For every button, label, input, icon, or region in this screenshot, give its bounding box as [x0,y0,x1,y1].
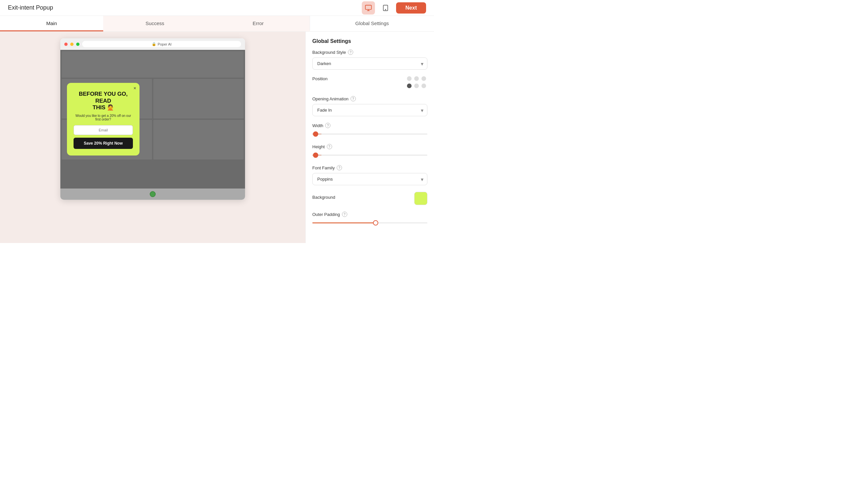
width-label: Width [312,123,323,128]
settings-panel: Global Settings Background Style ? Darke… [305,32,434,243]
popup-close-button[interactable]: × [133,86,136,91]
browser-dot-red [64,42,68,46]
width-label-row: Width ? [312,123,427,128]
desktop-icon [365,4,372,11]
tablet-icon [382,5,389,11]
pos-dot-tc[interactable] [414,76,419,81]
width-row: Width ? [312,123,427,137]
tablet-device-button[interactable] [379,1,392,15]
background-label: Background [312,195,335,200]
opening-animation-label: Opening Animation [312,96,349,102]
tab-bar: Main Success Error Global Settings [0,16,434,32]
position-row: Position [312,76,427,89]
font-family-label-row: Font Family ? [312,165,427,170]
background-color-swatch[interactable] [414,192,427,205]
position-label-row: Position [312,76,328,81]
outer-padding-track [312,222,427,224]
pos-dot-tl[interactable] [407,76,411,81]
outer-padding-row: Outer Padding ? [312,212,427,226]
browser-content: × BEFORE YOU GO, READ THIS 🙅 Would you l… [60,50,245,189]
outer-padding-slider-wrapper [312,220,427,226]
main-layout: 🔒 Poper AI × [0,32,434,243]
opening-animation-help[interactable]: ? [350,96,356,102]
popup-save-button[interactable]: Save 20% Right Now [73,138,133,149]
opening-animation-select[interactable]: Fade In Slide In Bounce None [312,104,427,116]
width-help[interactable]: ? [325,123,331,128]
font-family-help[interactable]: ? [337,165,342,170]
background-style-select[interactable]: Darken Lighten None Blur [312,57,427,70]
position-label: Position [312,76,328,81]
outer-padding-help[interactable]: ? [342,212,347,217]
next-button[interactable]: Next [396,2,426,13]
browser-bar: 🔒 Poper AI [60,38,245,50]
background-color-row: Background [312,192,427,205]
background-style-help[interactable]: ? [348,50,353,55]
browser-bottom [60,189,245,200]
background-style-label: Background Style [312,50,346,55]
tab-error[interactable]: Error [207,16,310,31]
height-label-row: Height ? [312,144,427,149]
font-family-label: Font Family [312,165,335,170]
pos-dot-tr[interactable] [422,76,426,81]
height-row: Height ? [312,144,427,159]
browser-dot-green [76,42,80,46]
opening-animation-select-wrapper: Fade In Slide In Bounce None ▾ [312,104,427,116]
popup-subtitle: Would you like to get a 20% off on our f… [73,114,133,121]
pos-dot-ml[interactable] [407,84,411,88]
width-slider-thumb[interactable] [313,132,318,137]
outer-padding-label: Outer Padding [312,212,340,217]
browser-mockup: 🔒 Poper AI × [60,38,245,200]
height-slider-thumb[interactable] [313,152,318,158]
header: Exit-intent Popup Next [0,0,434,16]
background-label-row: Background [312,195,335,200]
width-slider-wrapper [312,131,427,137]
popup: × BEFORE YOU GO, READ THIS 🙅 Would you l… [67,83,140,155]
outer-padding-thumb[interactable] [373,220,378,226]
height-slider-wrapper [312,152,427,159]
settings-title: Global Settings [312,38,427,44]
width-slider-track [312,133,427,135]
opening-animation-label-row: Opening Animation ? [312,96,427,102]
position-row-wrapper: Position [312,76,427,89]
position-grid [407,76,427,89]
height-slider-track [312,154,427,156]
background-style-label-row: Background Style ? [312,50,427,55]
browser-dot-yellow [70,42,73,46]
height-label: Height [312,144,325,149]
pos-dot-mc[interactable] [414,84,419,88]
background-row: Background [312,192,427,205]
height-help[interactable]: ? [327,144,332,149]
tab-main[interactable]: Main [0,16,103,31]
tab-success[interactable]: Success [103,16,207,31]
tab-global-settings[interactable]: Global Settings [310,16,434,31]
popup-overlay: × BEFORE YOU GO, READ THIS 🙅 Would you l… [60,50,245,189]
indicator-dot [150,191,156,197]
popup-email-input[interactable] [73,125,133,135]
svg-point-2 [385,9,386,10]
opening-animation-row: Opening Animation ? Fade In Slide In Bou… [312,96,427,116]
background-style-row: Background Style ? Darken Lighten None B… [312,50,427,70]
outer-padding-label-row: Outer Padding ? [312,212,427,217]
font-family-row: Font Family ? Poppins Inter Roboto Open … [312,165,427,185]
background-style-select-wrapper: Darken Lighten None Blur ▾ [312,57,427,70]
outer-padding-fill [312,222,376,224]
font-family-select[interactable]: Poppins Inter Roboto Open Sans [312,173,427,185]
desktop-device-button[interactable] [362,1,375,15]
pos-dot-mr[interactable] [422,84,426,88]
font-family-select-wrapper: Poppins Inter Roboto Open Sans ▾ [312,173,427,185]
lock-icon: 🔒 [152,42,156,46]
header-controls: Next [362,1,426,15]
page-title: Exit-intent Popup [8,4,53,11]
browser-url-bar: 🔒 Poper AI [82,41,241,47]
popup-title: BEFORE YOU GO, READ THIS 🙅 [73,91,133,111]
preview-panel: 🔒 Poper AI × [0,32,305,243]
svg-rect-0 [365,5,371,9]
